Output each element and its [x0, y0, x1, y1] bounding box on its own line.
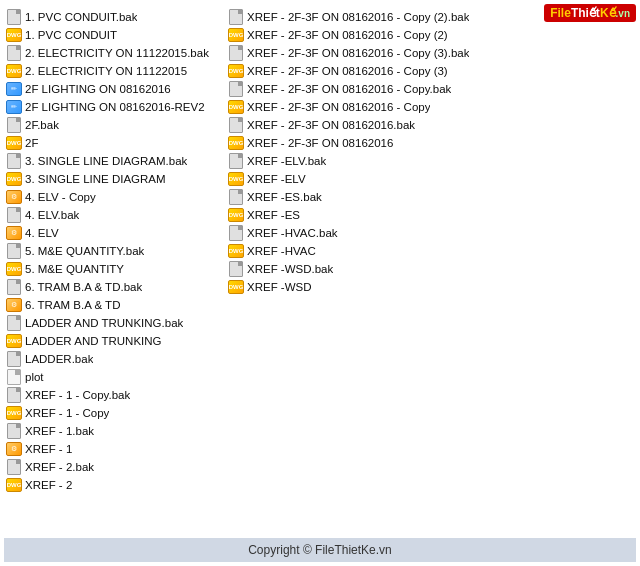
bak-icon [6, 315, 22, 331]
content-area: 1. PVC CONDUIT.bak DWG 1. PVC CONDUIT 2.… [4, 8, 636, 536]
file-label: XREF - 1 - Copy.bak [25, 389, 130, 401]
file-label: 2F LIGHTING ON 08162016-REV2 [25, 101, 205, 113]
list-item[interactable]: 3. SINGLE LINE DIAGRAM.bak [4, 152, 222, 170]
file-label: 1. PVC CONDUIT.bak [25, 11, 137, 23]
file-label: LADDER AND TRUNKING.bak [25, 317, 183, 329]
dwg-icon: DWG [228, 171, 244, 187]
dwg-icon: DWG [6, 171, 22, 187]
file-label: XREF - 2 [25, 479, 72, 491]
dwg-icon: DWG [228, 135, 244, 151]
dwg-icon: DWG [228, 63, 244, 79]
file-label: XREF - 2F-3F ON 08162016 - Copy.bak [247, 83, 451, 95]
list-item[interactable]: XREF -ELV.bak [226, 152, 636, 170]
bak-icon [6, 387, 22, 403]
bak-icon [228, 9, 244, 25]
list-item[interactable]: DWG XREF -HVAC [226, 242, 636, 260]
bak-icon [228, 189, 244, 205]
brand-thiet: Thiết [571, 6, 600, 20]
list-item[interactable]: ⚙ 4. ELV - Copy [4, 188, 222, 206]
bak-icon [6, 423, 22, 439]
dwg-icon: DWG [228, 27, 244, 43]
brand-ke: Kế [600, 6, 616, 20]
list-item[interactable]: XREF - 2F-3F ON 08162016 - Copy (3).bak [226, 44, 636, 62]
pencil-icon: ✏ [6, 81, 22, 97]
list-item[interactable]: LADDER.bak [4, 350, 222, 368]
list-item[interactable]: 2. ELECTRICITY ON 11122015.bak [4, 44, 222, 62]
file-label: LADDER AND TRUNKING [25, 335, 162, 347]
list-item[interactable]: DWG XREF - 2F-3F ON 08162016 [226, 134, 636, 152]
file-label: XREF - 1.bak [25, 425, 94, 437]
bak-icon [6, 117, 22, 133]
file-label: 4. ELV.bak [25, 209, 79, 221]
list-item[interactable]: DWG 2. ELECTRICITY ON 11122015 [4, 62, 222, 80]
dwg-icon: DWG [6, 477, 22, 493]
list-item[interactable]: 1. PVC CONDUIT.bak [4, 8, 222, 26]
list-item[interactable]: DWG XREF - 2F-3F ON 08162016 - Copy (3) [226, 62, 636, 80]
list-item[interactable]: 2F.bak [4, 116, 222, 134]
file-label: 3. SINGLE LINE DIAGRAM [25, 173, 166, 185]
file-label: 6. TRAM B.A & TD.bak [25, 281, 142, 293]
list-item[interactable]: DWG LADDER AND TRUNKING [4, 332, 222, 350]
gear-icon: ⚙ [6, 297, 22, 313]
doc-icon [6, 369, 22, 385]
list-item[interactable]: ⚙ 6. TRAM B.A & TD [4, 296, 222, 314]
bak-icon [6, 279, 22, 295]
bak-icon [6, 9, 22, 25]
file-label: 5. M&E QUANTITY [25, 263, 124, 275]
list-item[interactable]: DWG XREF - 2F-3F ON 08162016 - Copy (2) [226, 26, 636, 44]
list-item[interactable]: ✏ 2F LIGHTING ON 08162016 [4, 80, 222, 98]
file-label: XREF - 1 - Copy [25, 407, 109, 419]
file-label: XREF -WSD [247, 281, 312, 293]
left-column: 1. PVC CONDUIT.bak DWG 1. PVC CONDUIT 2.… [4, 8, 222, 536]
list-item[interactable]: XREF -HVAC.bak [226, 224, 636, 242]
dwg-icon: DWG [228, 207, 244, 223]
list-item[interactable]: DWG XREF -ES [226, 206, 636, 224]
list-item[interactable]: XREF - 1.bak [4, 422, 222, 440]
list-item[interactable]: 4. ELV.bak [4, 206, 222, 224]
pencil-icon: ✏ [6, 99, 22, 115]
list-item[interactable]: DWG XREF - 2 [4, 476, 222, 494]
list-item[interactable]: XREF - 2.bak [4, 458, 222, 476]
file-label: XREF - 2F-3F ON 08162016.bak [247, 119, 415, 131]
list-item[interactable]: DWG XREF - 2F-3F ON 08162016 - Copy [226, 98, 636, 116]
list-item[interactable]: XREF -ES.bak [226, 188, 636, 206]
file-label: XREF - 2F-3F ON 08162016 - Copy (2).bak [247, 11, 469, 23]
bak-icon [6, 351, 22, 367]
bak-icon [228, 117, 244, 133]
list-item[interactable]: XREF - 1 - Copy.bak [4, 386, 222, 404]
bak-icon [6, 153, 22, 169]
dwg-icon: DWG [228, 99, 244, 115]
list-item[interactable]: XREF - 2F-3F ON 08162016.bak [226, 116, 636, 134]
file-label: 3. SINGLE LINE DIAGRAM.bak [25, 155, 187, 167]
list-item[interactable]: DWG 2F [4, 134, 222, 152]
brand-vn: .vn [616, 8, 630, 19]
list-item[interactable]: DWG 5. M&E QUANTITY [4, 260, 222, 278]
list-item[interactable]: 6. TRAM B.A & TD.bak [4, 278, 222, 296]
dwg-icon: DWG [228, 279, 244, 295]
file-label: XREF -ES [247, 209, 300, 221]
list-item[interactable]: plot [4, 368, 222, 386]
file-label: XREF - 2F-3F ON 08162016 - Copy (2) [247, 29, 448, 41]
list-item[interactable]: DWG XREF - 1 - Copy [4, 404, 222, 422]
list-item[interactable]: DWG XREF -ELV [226, 170, 636, 188]
list-item[interactable]: 5. M&E QUANTITY.bak [4, 242, 222, 260]
list-item[interactable]: DWG 3. SINGLE LINE DIAGRAM [4, 170, 222, 188]
bak-icon [228, 45, 244, 61]
list-item[interactable]: ⚙ XREF - 1 [4, 440, 222, 458]
list-item[interactable]: XREF -WSD.bak [226, 260, 636, 278]
list-item[interactable]: DWG XREF -WSD [226, 278, 636, 296]
list-item[interactable]: DWG 1. PVC CONDUIT [4, 26, 222, 44]
list-item[interactable]: XREF - 2F-3F ON 08162016 - Copy.bak [226, 80, 636, 98]
list-item[interactable]: LADDER AND TRUNKING.bak [4, 314, 222, 332]
list-item[interactable]: ✏ 2F LIGHTING ON 08162016-REV2 [4, 98, 222, 116]
file-label: XREF -ES.bak [247, 191, 322, 203]
file-label: 2F.bak [25, 119, 59, 131]
file-label: 5. M&E QUANTITY.bak [25, 245, 144, 257]
bak-icon [6, 243, 22, 259]
file-label: XREF -WSD.bak [247, 263, 333, 275]
file-label: 2F LIGHTING ON 08162016 [25, 83, 171, 95]
right-column: XREF - 2F-3F ON 08162016 - Copy (2).bak … [222, 8, 636, 536]
list-item[interactable]: ⚙ 4. ELV [4, 224, 222, 242]
bak-icon [228, 261, 244, 277]
bak-icon [6, 45, 22, 61]
